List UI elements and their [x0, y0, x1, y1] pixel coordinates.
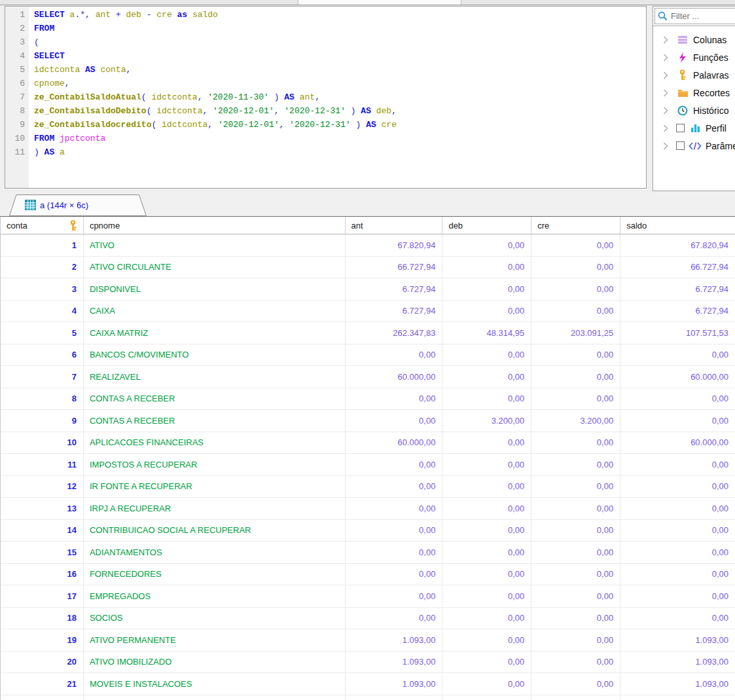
- cell-ant[interactable]: 0,00: [346, 388, 443, 410]
- cell-saldo[interactable]: 0,00: [620, 542, 735, 563]
- cell-deb[interactable]: 0,00: [442, 564, 531, 585]
- cell-conta[interactable]: 10: [1, 432, 84, 454]
- cell-ant[interactable]: 60.000,00: [346, 432, 443, 454]
- cell-deb[interactable]: [442, 695, 531, 700]
- cell-conta[interactable]: 13: [1, 498, 84, 519]
- cell-conta[interactable]: 8: [1, 388, 84, 410]
- cell-deb[interactable]: 0,00: [442, 498, 531, 519]
- cell-saldo[interactable]: 1.093,00: [620, 673, 735, 695]
- cell-deb[interactable]: 48.314,95: [442, 322, 531, 344]
- cell-conta[interactable]: 6: [1, 344, 84, 366]
- tree-item-columns[interactable]: Colunas: [653, 31, 735, 48]
- cell-cpnome[interactable]: ADIANTAMENTOS: [84, 542, 346, 563]
- cell-cpnome[interactable]: APLICACOES FINANCEIRAS: [84, 432, 346, 454]
- column-header-deb[interactable]: deb: [442, 217, 531, 234]
- cell-saldo[interactable]: [620, 695, 735, 700]
- cell-conta[interactable]: 16: [1, 564, 84, 585]
- cell-conta[interactable]: 11: [1, 454, 84, 475]
- cell-ant[interactable]: 262.347,83: [346, 322, 443, 344]
- cell-saldo[interactable]: 67.820,94: [620, 234, 735, 256]
- cell-cpnome[interactable]: REALIZAVEL: [84, 366, 346, 388]
- column-header-conta[interactable]: conta: [1, 217, 84, 234]
- cell-deb[interactable]: 0,00: [442, 652, 531, 673]
- cell-cre[interactable]: 0,00: [531, 629, 620, 651]
- tree-item-key[interactable]: Palavras: [653, 66, 735, 84]
- cell-conta[interactable]: 21: [1, 673, 84, 695]
- cell-ant[interactable]: 0,00: [346, 344, 443, 366]
- cell-cre[interactable]: 0,00: [531, 454, 620, 475]
- cell-deb[interactable]: 0,00: [442, 257, 531, 278]
- cell-ant[interactable]: 0,00: [346, 542, 443, 563]
- tree-item-clock[interactable]: Histórico: [653, 101, 735, 119]
- cell-saldo[interactable]: 107.571,53: [620, 322, 735, 344]
- sql-code-area[interactable]: SELECT a.*, ant + deb - cre as saldoFROM…: [29, 7, 646, 188]
- cell-ant[interactable]: 0,00: [346, 520, 443, 542]
- cell-cpnome[interactable]: ATIVO PERMANENTE: [84, 629, 346, 651]
- cell-cre[interactable]: 0,00: [531, 520, 620, 542]
- cell-deb[interactable]: 0,00: [442, 388, 531, 410]
- cell-conta[interactable]: 4: [1, 301, 84, 322]
- cell-ant[interactable]: 0,00: [346, 476, 443, 498]
- cell-cre[interactable]: 0,00: [531, 234, 620, 256]
- cell-saldo[interactable]: 1.093,00: [620, 652, 735, 673]
- cell-ant[interactable]: 1.093,00: [346, 629, 443, 651]
- cell-cre[interactable]: 0,00: [531, 585, 620, 607]
- cell-saldo[interactable]: 6.727,94: [620, 301, 735, 322]
- cell-ant[interactable]: 0,00: [346, 608, 443, 629]
- cell-deb[interactable]: 0,00: [442, 520, 531, 542]
- column-header-cre[interactable]: cre: [531, 217, 620, 234]
- cell-conta[interactable]: 12: [1, 476, 84, 498]
- cell-cpnome[interactable]: BANCOS C/MOVIMENTO: [84, 344, 346, 366]
- cell-conta[interactable]: 7: [1, 366, 84, 388]
- result-tab[interactable]: a (144r × 6c): [9, 194, 147, 216]
- tree-item-code[interactable]: Parâmetros: [653, 137, 735, 155]
- cell-deb[interactable]: 0,00: [442, 366, 531, 388]
- cell-saldo[interactable]: 60.000,00: [620, 432, 735, 454]
- cell-ant[interactable]: [346, 695, 443, 700]
- cell-saldo[interactable]: 6.727,94: [620, 278, 735, 300]
- cell-saldo[interactable]: 0,00: [620, 410, 735, 432]
- cell-cpnome[interactable]: FORNECEDORES: [84, 564, 346, 585]
- cell-deb[interactable]: 0,00: [442, 234, 531, 256]
- cell-cre[interactable]: 3.200,00: [531, 410, 620, 432]
- tree-item-lightning[interactable]: Funções: [653, 48, 735, 66]
- cell-conta[interactable]: 14: [1, 520, 84, 542]
- tree-item-barchart[interactable]: Perfil: [653, 119, 735, 137]
- cell-deb[interactable]: 0,00: [442, 608, 531, 629]
- cell-saldo[interactable]: 0,00: [620, 564, 735, 585]
- cell-ant[interactable]: 60.000,00: [346, 366, 443, 388]
- cell-ant[interactable]: 0,00: [346, 498, 443, 519]
- cell-conta[interactable]: 15: [1, 542, 84, 563]
- cell-deb[interactable]: 0,00: [442, 542, 531, 563]
- cell-saldo[interactable]: 0,00: [620, 608, 735, 629]
- cell-deb[interactable]: 0,00: [442, 673, 531, 695]
- cell-conta[interactable]: 18: [1, 608, 84, 629]
- cell-conta[interactable]: [1, 695, 84, 700]
- cell-deb[interactable]: 0,00: [442, 454, 531, 475]
- cell-conta[interactable]: 3: [1, 278, 84, 300]
- cell-conta[interactable]: 1: [1, 234, 84, 256]
- cell-cpnome[interactable]: CAIXA MATRIZ: [84, 322, 346, 344]
- cell-ant[interactable]: 66.727,94: [346, 257, 443, 278]
- cell-cre[interactable]: 0,00: [531, 673, 620, 695]
- column-header-cpnome[interactable]: cpnome: [84, 217, 346, 234]
- cell-cre[interactable]: 0,00: [531, 344, 620, 366]
- cell-conta[interactable]: 20: [1, 652, 84, 673]
- cell-cpnome[interactable]: ATIVO IMOBILIZADO: [84, 652, 346, 673]
- filter-input[interactable]: [671, 11, 727, 21]
- cell-ant[interactable]: 0,00: [346, 585, 443, 607]
- filter-box[interactable]: [654, 8, 735, 24]
- cell-deb[interactable]: 0,00: [442, 476, 531, 498]
- cell-cre[interactable]: 0,00: [531, 564, 620, 585]
- cell-saldo[interactable]: 0,00: [620, 344, 735, 366]
- cell-cpnome[interactable]: ATIVO CIRCULANTE: [84, 257, 346, 278]
- cell-deb[interactable]: 0,00: [442, 301, 531, 322]
- cell-cpnome[interactable]: [84, 695, 346, 700]
- cell-conta[interactable]: 2: [1, 257, 84, 278]
- cell-ant[interactable]: 0,00: [346, 454, 443, 475]
- cell-cpnome[interactable]: MOVEIS E INSTALACOES: [84, 673, 346, 695]
- cell-saldo[interactable]: 0,00: [620, 585, 735, 607]
- cell-cpnome[interactable]: IRPJ A RECUPERAR: [84, 498, 346, 519]
- cell-deb[interactable]: 3.200,00: [442, 410, 531, 432]
- cell-conta[interactable]: 5: [1, 322, 84, 344]
